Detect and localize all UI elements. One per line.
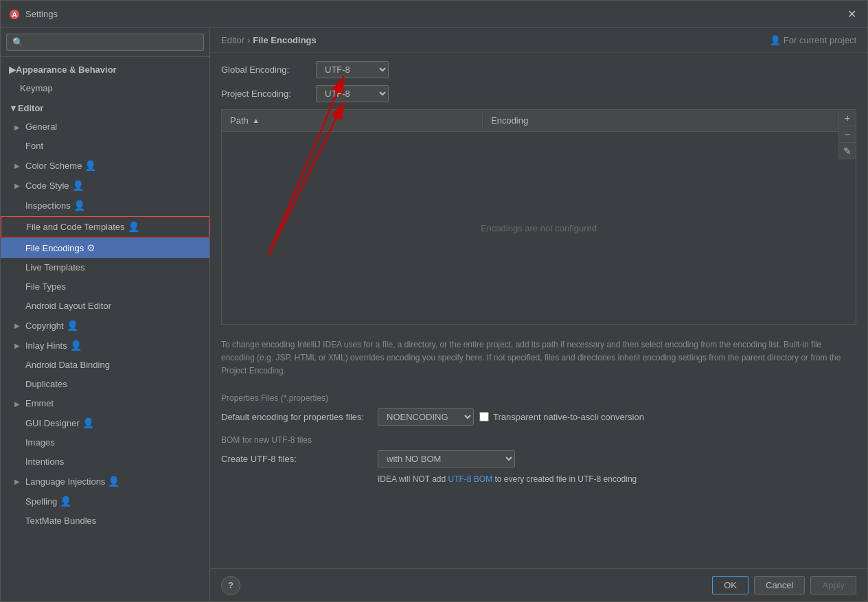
- sidebar-item-label: General: [25, 120, 57, 134]
- sidebar-item-spelling[interactable]: ▶ Spelling 👤: [1, 491, 209, 511]
- sidebar-item-language-injections[interactable]: ▶ Language Injections 👤: [1, 472, 209, 491]
- sidebar-item-images[interactable]: ▶ Images: [1, 433, 209, 452]
- gear-icon: ⚙: [87, 241, 95, 255]
- properties-section-label: Properties Files (*.properties): [221, 393, 856, 403]
- chevron-icon: ▶: [14, 340, 24, 351]
- empty-message: Encodings are not configured: [481, 223, 597, 233]
- sidebar-item-label: Inspections: [25, 199, 71, 213]
- sidebar-item-android-layout-editor[interactable]: ▶ Android Layout Editor: [1, 297, 209, 316]
- person-icon: 👤: [60, 494, 71, 509]
- chevron-icon: ▶: [14, 122, 24, 132]
- sidebar-item-code-style[interactable]: ▶ Code Style 👤: [1, 176, 209, 196]
- sidebar-item-label: Spelling: [25, 495, 57, 509]
- sort-arrow-icon: ▲: [253, 117, 260, 124]
- sidebar-item-label: Duplicates: [25, 378, 67, 391]
- sidebar-item-label: Images: [25, 436, 55, 450]
- search-box: [1, 28, 209, 57]
- project-encoding-row: Project Encoding: UTF-8 UTF-16 ISO-8859-…: [221, 85, 856, 102]
- footer: ? OK Cancel Apply: [210, 568, 867, 601]
- remove-encoding-button[interactable]: −: [839, 126, 856, 143]
- bom-note: IDEA will NOT add UTF-8 BOM to every cre…: [221, 474, 856, 484]
- sidebar-item-label: File Types: [25, 280, 66, 294]
- table-actions: + − ✎: [838, 110, 856, 159]
- chevron-icon: ▶: [14, 399, 24, 409]
- table-header: Path ▲ Encoding: [222, 110, 856, 132]
- add-encoding-button[interactable]: +: [839, 110, 856, 126]
- project-label: For current project: [784, 35, 856, 45]
- sidebar-item-copyright[interactable]: ▶ Copyright 👤: [1, 316, 209, 336]
- sidebar-item-inspections[interactable]: ▶ Inspections 👤: [1, 196, 209, 216]
- sidebar-item-label: Keymap: [20, 82, 53, 95]
- sidebar-item-label: Font: [25, 139, 43, 153]
- person-icon: 👤: [67, 319, 78, 333]
- sidebar-item-android-data-binding[interactable]: ▶ Android Data Binding: [1, 356, 209, 375]
- breadcrumb: Editor › File Encodings 👤 For current pr…: [210, 28, 867, 53]
- bom-row: Create UTF-8 files: with NO BOM with BOM: [221, 450, 856, 467]
- search-input[interactable]: [6, 34, 204, 51]
- default-encoding-label: Default encoding for properties files:: [221, 412, 372, 422]
- sidebar-item-label: File and Code Templates: [26, 220, 125, 234]
- footer-left: ?: [221, 576, 240, 595]
- sidebar-item-duplicates[interactable]: ▶ Duplicates: [1, 375, 209, 394]
- sidebar-item-appearance[interactable]: ▶ Appearance & Behavior: [1, 60, 209, 79]
- chevron-icon: ▶: [14, 321, 24, 331]
- transparent-checkbox[interactable]: [479, 412, 489, 421]
- sidebar-item-file-encodings[interactable]: ▶ File Encodings ⚙: [1, 238, 209, 258]
- project-encoding-select[interactable]: UTF-8 UTF-16 ISO-8859-1: [316, 85, 389, 102]
- person-icon: 👤: [108, 474, 119, 489]
- default-encoding-select[interactable]: NOENCODING UTF-8 ISO-8859-1: [378, 408, 474, 426]
- sidebar-item-label: Intentions: [25, 455, 64, 469]
- sidebar-item-file-code-templates[interactable]: ▶ File and Code Templates 👤: [1, 216, 209, 238]
- sidebar-item-live-templates[interactable]: ▶ Live Templates: [1, 258, 209, 277]
- transparent-label: Transparent native-to-ascii conversion: [493, 412, 644, 422]
- sidebar-item-inlay-hints[interactable]: ▶ Inlay Hints 👤: [1, 336, 209, 356]
- sidebar: ▶ Appearance & Behavior ▶ Keymap ▼ Edito…: [1, 28, 210, 601]
- sidebar-item-gui-designer[interactable]: ▶ GUI Designer 👤: [1, 413, 209, 433]
- encodings-table: Path ▲ Encoding Encodings are not config…: [221, 109, 856, 325]
- chevron-icon: ▶: [14, 476, 24, 487]
- cancel-button[interactable]: Cancel: [754, 576, 805, 594]
- sidebar-item-color-scheme[interactable]: ▶ Color Scheme 👤: [1, 156, 209, 176]
- person-icon: 👤: [84, 159, 96, 173]
- global-encoding-select[interactable]: UTF-8 UTF-16 ISO-8859-1: [316, 61, 389, 78]
- edit-encoding-button[interactable]: ✎: [839, 143, 856, 159]
- sidebar-item-label: Appearance & Behavior: [16, 65, 117, 75]
- sidebar-item-font[interactable]: ▶ Font: [1, 137, 209, 156]
- chevron-icon: ▼: [9, 103, 18, 113]
- table-body: Encodings are not configured: [222, 132, 856, 324]
- settings-dialog: A Settings ✕ ▶ Appearance & Behavior ▶ K…: [0, 0, 868, 602]
- create-utf8-label: Create UTF-8 files:: [221, 454, 372, 464]
- sidebar-item-intentions[interactable]: ▶ Intentions: [1, 452, 209, 472]
- sidebar-item-editor[interactable]: ▼ Editor: [1, 98, 209, 117]
- sidebar-item-file-types[interactable]: ▶ File Types: [1, 277, 209, 297]
- bom-note-link[interactable]: UTF-8 BOM: [448, 474, 492, 484]
- sidebar-item-textmate-bundles[interactable]: ▶ TextMate Bundles: [1, 511, 209, 531]
- sidebar-item-label: Color Scheme: [25, 159, 82, 173]
- breadcrumb-current: File Encodings: [253, 35, 316, 45]
- ok-button[interactable]: OK: [712, 576, 749, 594]
- bom-section-label: BOM for new UTF-8 files: [221, 435, 856, 445]
- sidebar-item-label: Copyright: [25, 319, 64, 333]
- sidebar-item-emmet[interactable]: ▶ Emmet: [1, 394, 209, 413]
- person-icon: 👤: [70, 338, 82, 353]
- apply-button[interactable]: Apply: [810, 576, 856, 594]
- help-button[interactable]: ?: [221, 576, 240, 595]
- chevron-icon: ▶: [14, 181, 24, 191]
- description-text: To change encoding IntelliJ IDEA uses fo…: [221, 333, 856, 384]
- chevron-icon: ▶: [9, 65, 16, 75]
- sidebar-item-general[interactable]: ▶ General: [1, 117, 209, 137]
- sidebar-item-label: Emmet: [25, 397, 54, 410]
- path-header-label: Path: [230, 115, 249, 126]
- breadcrumb-separator: ›: [247, 35, 250, 45]
- person-icon: 👤: [128, 220, 139, 234]
- person-icon: 👤: [72, 178, 84, 193]
- sidebar-item-label: TextMate Bundles: [25, 514, 96, 528]
- global-encoding-label: Global Encoding:: [221, 65, 310, 75]
- bom-select[interactable]: with NO BOM with BOM: [378, 450, 515, 467]
- sidebar-item-keymap[interactable]: ▶ Keymap: [1, 79, 209, 98]
- title-bar: A Settings ✕: [1, 1, 867, 28]
- sidebar-item-label: Editor: [18, 103, 44, 113]
- panel-content: Global Encoding: UTF-8 UTF-16 ISO-8859-1…: [210, 53, 867, 568]
- person-icon: 👤: [770, 35, 781, 45]
- close-button[interactable]: ✕: [845, 5, 859, 23]
